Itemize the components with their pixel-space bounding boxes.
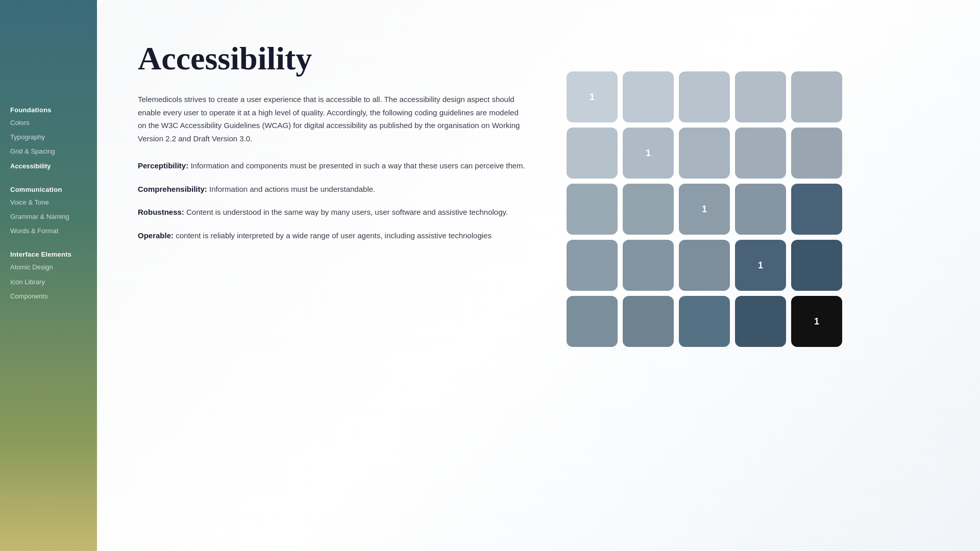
color-cell-2-1 [567,128,618,179]
color-cell-label: 1 [646,148,651,159]
color-cell-1-4 [735,71,786,122]
principle-operable: Operable: content is reliably interprete… [138,229,526,242]
principle-perceptibility-desc: Information and components must be prese… [190,161,525,170]
color-cell-1-2 [623,71,674,122]
color-cell-4-5 [791,240,842,291]
sidebar: Foundations Colors Typography Grid & Spa… [0,0,97,551]
color-cell-4-4: 1 [735,240,786,291]
color-cell-label: 1 [702,204,707,215]
sidebar-item-words-format[interactable]: Words & Format [0,224,97,238]
color-cell-5-3 [679,296,730,347]
sidebar-item-grid-spacing[interactable]: Grid & Spacing [0,144,97,159]
color-cell-1-3 [679,71,730,122]
color-cell-1-1: 1 [567,71,618,122]
color-cell-5-5: 1 [791,296,842,347]
sidebar-item-typography[interactable]: Typography [0,130,97,144]
sidebar-item-voice-tone[interactable]: Voice & Tone [0,195,97,210]
color-cell-3-2 [623,184,674,235]
sidebar-item-colors[interactable]: Colors [0,116,97,130]
color-cell-5-2 [623,296,674,347]
principle-robustness-name: Robustness: [138,208,184,216]
principle-perceptibility-name: Perceptibility: [138,161,188,170]
principle-operable-desc: content is reliably interpreted by a wid… [176,231,492,240]
principle-comprehensibility-desc: Information and actions must be understa… [209,185,375,193]
color-cell-1-5 [791,71,842,122]
main-content: Accessibility Telemedicols strives to cr… [97,0,980,551]
color-cell-5-4 [735,296,786,347]
color-cell-3-5 [791,184,842,235]
content-right: 1 1 1 1 [567,41,842,520]
sidebar-item-grammar-naming[interactable]: Grammar & Naming [0,210,97,224]
sidebar-section-interface: Interface Elements [0,246,97,260]
content-left: Accessibility Telemedicols strives to cr… [138,41,526,520]
color-cell-label: 1 [814,316,819,327]
color-cell-label: 1 [758,260,763,271]
intro-paragraph: Telemedicols strives to create a user ex… [138,93,526,145]
principle-perceptibility: Perceptibility: Information and componen… [138,159,526,172]
color-cell-4-3 [679,240,730,291]
color-cell-3-1 [567,184,618,235]
sidebar-item-accessibility[interactable]: Accessibility [0,159,97,173]
color-cell-label: 1 [590,92,595,103]
color-contrast-grid: 1 1 1 1 [567,71,842,347]
principle-operable-name: Operable: [138,231,174,240]
sidebar-section-foundations: Foundations [0,102,97,116]
color-cell-2-4 [735,128,786,179]
color-cell-3-4 [735,184,786,235]
color-cell-5-1 [567,296,618,347]
sidebar-item-icon-library[interactable]: Icon Library [0,275,97,289]
principle-robustness-desc: Content is understood in the same way by… [186,208,508,216]
sidebar-item-atomic-design[interactable]: Atomic Design [0,260,97,274]
sidebar-section-communication: Communication [0,182,97,195]
color-cell-2-5 [791,128,842,179]
principle-comprehensibility-name: Comprehensibility: [138,185,207,193]
color-cell-3-3: 1 [679,184,730,235]
principle-robustness: Robustness: Content is understood in the… [138,206,526,219]
sidebar-item-components[interactable]: Components [0,289,97,304]
color-cell-2-2: 1 [623,128,674,179]
color-cell-4-1 [567,240,618,291]
page-title: Accessibility [138,41,526,77]
color-cell-4-2 [623,240,674,291]
principle-comprehensibility: Comprehensibility: Information and actio… [138,183,526,196]
color-cell-2-3 [679,128,730,179]
